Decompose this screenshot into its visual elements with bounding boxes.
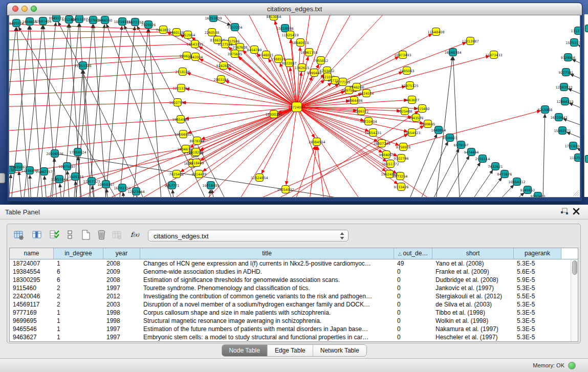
network-node[interactable]: 9227341 [559, 69, 574, 76]
table-row[interactable]: 969969511998Structural magnetic resonanc… [10, 317, 578, 325]
network-node[interactable]: 9405574 [9, 19, 24, 27]
table-mode-icon[interactable] [11, 228, 26, 243]
citation-network-graph[interactable]: 9405574169460532691406894512791524061065… [9, 15, 580, 197]
column-header-title[interactable]: title [140, 248, 394, 259]
network-edge[interactable] [200, 107, 297, 150]
network-node[interactable]: 6879197 [454, 141, 469, 149]
network-edge[interactable] [9, 31, 177, 32]
network-edge[interactable] [137, 196, 140, 197]
function-builder-icon[interactable]: f(x) [128, 228, 142, 243]
network-node[interactable]: 12524854 [251, 174, 268, 182]
network-node[interactable]: 7955812 [314, 57, 329, 64]
network-canvas[interactable]: 9405574169460532691406894512791524061065… [9, 15, 580, 198]
network-edge[interactable] [307, 146, 316, 197]
table-row[interactable]: 1938455462009Genome-wide association stu… [10, 268, 578, 276]
network-edge[interactable] [578, 45, 580, 56]
network-node[interactable]: 12975125 [401, 82, 418, 90]
table-row[interactable]: 2242004622012Investigating the contribut… [10, 292, 578, 300]
network-node[interactable]: 15692971 [554, 127, 571, 135]
column-header-year[interactable]: year [103, 248, 140, 259]
close-panel-icon[interactable] [573, 208, 582, 216]
network-node[interactable]: 9756928 [396, 143, 411, 151]
scrollbar-thumb[interactable] [572, 260, 577, 275]
network-edge[interactable] [568, 89, 580, 101]
network-node[interactable]: 9115460 [415, 105, 430, 113]
network-node[interactable]: 10975887 [58, 163, 75, 170]
column-header-pagerank[interactable]: pagerank [514, 248, 561, 259]
network-edge[interactable] [297, 107, 462, 197]
table-row[interactable]: 1830029562008Estimation of significance … [10, 276, 578, 284]
select-columns-icon[interactable] [47, 228, 61, 243]
network-node[interactable]: 12213987 [462, 37, 478, 45]
import-table-icon[interactable] [110, 228, 124, 243]
network-edge[interactable] [542, 114, 545, 197]
network-node[interactable]: 15751074 [565, 39, 580, 47]
network-edge[interactable] [572, 59, 580, 71]
table-scrollbar[interactable] [571, 259, 578, 342]
network-edge[interactable] [297, 107, 397, 156]
column-header-name[interactable]: name [10, 248, 54, 259]
network-node[interactable]: 12213363 [172, 84, 189, 92]
network-edge[interactable] [172, 190, 176, 197]
network-edge[interactable] [149, 29, 163, 197]
column-header-in_degree[interactable]: in_degree [54, 248, 103, 259]
network-node[interactable]: 2260588 [205, 29, 220, 36]
network-node[interactable]: 9857771 [165, 182, 180, 189]
network-window-titlebar[interactable]: citations_edges.txt [7, 3, 582, 15]
network-node[interactable]: 10654231 [364, 129, 381, 137]
network-edge[interactable] [188, 107, 297, 133]
network-node[interactable]: 7386372 [354, 107, 369, 115]
network-node[interactable]: 17359924 [69, 148, 86, 156]
network-node[interactable]: 8938923 [443, 134, 458, 142]
network-edge[interactable] [123, 192, 127, 197]
network-node[interactable]: 8471676 [497, 170, 512, 178]
network-node[interactable]: 16053809 [205, 15, 222, 22]
network-edge[interactable] [87, 25, 104, 197]
column-header-out_de[interactable]: △out_de… [394, 248, 432, 259]
network-edge[interactable] [480, 185, 514, 197]
network-node[interactable]: 7485063 [400, 67, 415, 75]
network-node[interactable]: 7557224 [228, 24, 243, 31]
network-node[interactable]: 7632621 [488, 163, 503, 170]
network-edge[interactable] [468, 178, 502, 197]
network-edge[interactable] [58, 22, 155, 197]
network-node[interactable]: 2718126 [176, 68, 190, 76]
network-edge[interactable] [30, 175, 32, 197]
network-node[interactable]: 16961758 [300, 49, 317, 56]
network-edge[interactable] [491, 193, 524, 197]
table-row[interactable]: 1456911722003Disruption of a novel membe… [10, 300, 578, 309]
network-edge[interactable] [203, 107, 297, 171]
network-edge[interactable] [19, 171, 24, 197]
network-node[interactable]: 9466160 [98, 16, 113, 24]
network-edge[interactable] [257, 111, 419, 197]
table-selector[interactable]: citations_edges.txt [148, 230, 349, 242]
network-edge[interactable] [9, 35, 188, 41]
network-node[interactable]: 8878334 [190, 137, 205, 145]
table-row[interactable]: 946554611997Estimation of the future num… [10, 325, 578, 333]
tab-edge-table[interactable]: Edge Table [268, 345, 313, 356]
network-edge[interactable] [453, 57, 461, 197]
network-node[interactable]: 1112384 [571, 27, 580, 35]
column-stack-icon[interactable] [62, 228, 77, 243]
table-row[interactable]: 946362711997Embryonic stem cells: a mode… [10, 333, 578, 341]
tab-node-table[interactable]: Node Table [222, 345, 268, 356]
network-edge[interactable] [118, 27, 135, 197]
delete-table-icon[interactable] [94, 228, 108, 243]
table-row[interactable]: 1872400712008Changes of HCN gene express… [10, 259, 578, 268]
network-node[interactable]: 9133426 [394, 183, 409, 191]
table-panel-header[interactable]: Table Panel [0, 205, 588, 220]
network-edge[interactable] [106, 24, 180, 197]
network-node[interactable]: 16151372 [382, 160, 399, 168]
network-node[interactable]: 8454749 [247, 46, 262, 54]
network-edge[interactable] [286, 107, 297, 185]
float-panel-icon[interactable] [560, 208, 570, 216]
network-edge[interactable] [103, 26, 122, 197]
network-node[interactable]: 16543391 [186, 40, 203, 48]
network-edge[interactable] [9, 174, 11, 197]
network-node[interactable]: 9463627 [405, 96, 420, 104]
network-node[interactable]: 19166852 [175, 130, 191, 138]
network-node[interactable]: 16107553 [169, 99, 186, 106]
network-edge[interactable] [9, 72, 183, 84]
network-edge[interactable] [61, 24, 79, 197]
tab-network-table[interactable]: Network Table [313, 345, 366, 356]
